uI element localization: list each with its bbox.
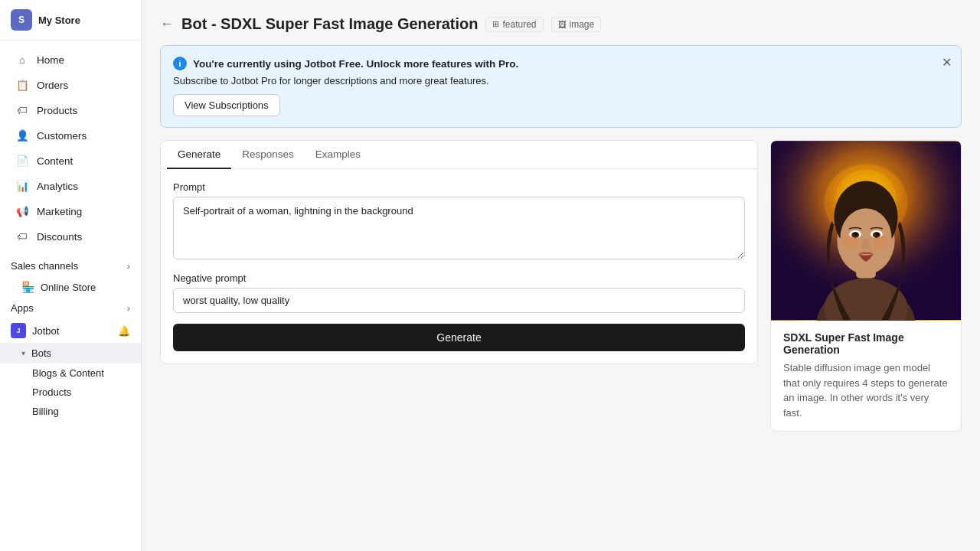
main-scroll: ← Bot - SDXL Super Fast Image Generation… — [142, 0, 980, 551]
marketing-icon: 📢 — [15, 204, 29, 218]
sidebar-item-orders[interactable]: 📋 Orders — [5, 73, 136, 97]
sidebar-item-products[interactable]: 🏷 Products — [5, 98, 136, 122]
apps-section: Apps › J Jotbot 🔔 ▾ Bots Blogs & Content… — [0, 298, 141, 421]
info-banner-title: i You're currently using Jotbot Free. Un… — [173, 57, 949, 70]
tab-examples[interactable]: Examples — [305, 141, 371, 169]
badge-featured: ⊞ featured — [485, 17, 543, 32]
expand-apps-icon: › — [127, 302, 130, 314]
svg-point-15 — [854, 233, 858, 236]
bot-card: SDXL Super Fast Image Generation Stable … — [770, 140, 962, 432]
orders-icon: 📋 — [15, 78, 29, 92]
sidebar: S My Store ⌂ Home 📋 Orders 🏷 Products 👤 … — [0, 0, 142, 551]
apps-header[interactable]: Apps › — [0, 298, 141, 318]
products-icon: 🏷 — [15, 103, 29, 117]
svg-point-16 — [876, 233, 879, 236]
negative-prompt-input[interactable] — [173, 288, 745, 313]
back-arrow-icon: ← — [160, 16, 174, 32]
prompt-label: Prompt — [173, 181, 745, 193]
content-icon: 📄 — [15, 154, 29, 168]
sidebar-item-analytics[interactable]: 📊 Analytics — [5, 174, 136, 198]
sales-channels-section: Sales channels › 🏪 Online Store — [0, 256, 141, 298]
negative-prompt-label: Negative prompt — [173, 272, 745, 284]
left-panel: Generate Responses Examples Prompt — [160, 140, 758, 432]
bell-icon[interactable]: 🔔 — [118, 325, 130, 337]
back-button[interactable]: ← — [160, 16, 174, 32]
prompt-textarea[interactable] — [173, 197, 745, 259]
view-subscriptions-button[interactable]: View Subscriptions — [173, 94, 280, 116]
right-panel: SDXL Super Fast Image Generation Stable … — [770, 140, 962, 432]
sidebar-header: S My Store — [0, 0, 141, 41]
analytics-icon: 📊 — [15, 179, 29, 193]
prompt-field-group: Prompt — [173, 181, 745, 262]
tab-bar: Generate Responses Examples — [161, 141, 757, 169]
sidebar-item-jotbot[interactable]: J Jotbot 🔔 — [0, 318, 141, 343]
sidebar-item-home[interactable]: ⌂ Home — [5, 47, 136, 72]
sidebar-item-customers[interactable]: 👤 Customers — [5, 123, 136, 148]
bot-image — [771, 141, 961, 321]
sidebar-item-discounts[interactable]: 🏷 Discounts — [5, 224, 136, 249]
jotbot-logo: J — [11, 323, 26, 338]
online-store-icon: 🏪 — [21, 281, 34, 293]
close-banner-button[interactable]: ✕ — [942, 55, 952, 70]
content-grid: Generate Responses Examples Prompt — [160, 140, 962, 432]
page-title: Bot - SDXL Super Fast Image Generation — [181, 15, 478, 33]
info-icon: i — [173, 57, 187, 70]
sidebar-item-online-store[interactable]: 🏪 Online Store — [0, 276, 141, 298]
badge-image: 🖼 image — [551, 17, 602, 32]
main-nav: ⌂ Home 📋 Orders 🏷 Products 👤 Customers 📄… — [0, 41, 141, 256]
info-banner-body: Subscribe to Jotbot Pro for longer descr… — [173, 75, 949, 86]
bot-name: SDXL Super Fast Image Generation — [783, 331, 949, 356]
sidebar-item-blogs-content[interactable]: Blogs & Content — [0, 364, 141, 383]
home-icon: ⌂ — [15, 53, 29, 67]
negative-prompt-field-group: Negative prompt — [173, 272, 745, 313]
store-name: My Store — [38, 15, 80, 26]
tab-responses[interactable]: Responses — [231, 141, 305, 169]
bot-description: Stable diffusion image gen model that on… — [783, 360, 949, 420]
tab-generate[interactable]: Generate — [167, 141, 231, 169]
sidebar-item-marketing[interactable]: 📢 Marketing — [5, 199, 136, 223]
sidebar-item-content[interactable]: 📄 Content — [5, 148, 136, 173]
customers-icon: 👤 — [15, 129, 29, 142]
discounts-icon: 🏷 — [15, 230, 29, 243]
featured-tag-icon: ⊞ — [492, 19, 499, 29]
generate-button[interactable]: Generate — [173, 324, 745, 351]
info-banner: i You're currently using Jotbot Free. Un… — [160, 45, 962, 128]
sidebar-item-products-sub[interactable]: Products — [0, 383, 141, 402]
sales-channels-header[interactable]: Sales channels › — [0, 256, 141, 276]
chevron-icon: ▾ — [21, 349, 25, 357]
sidebar-item-billing[interactable]: Billing — [0, 402, 141, 421]
generate-card: Generate Responses Examples Prompt — [160, 140, 758, 364]
expand-sales-icon: › — [127, 260, 130, 272]
image-tag-icon: 🖼 — [558, 20, 567, 29]
form-body: Prompt Negative prompt Generate — [161, 169, 757, 364]
svg-point-18 — [874, 236, 889, 248]
main-content: ← Bot - SDXL Super Fast Image Generation… — [142, 0, 980, 551]
bot-info-section: SDXL Super Fast Image Generation Stable … — [771, 321, 961, 431]
svg-point-17 — [843, 236, 858, 248]
page-header: ← Bot - SDXL Super Fast Image Generation… — [160, 15, 962, 33]
sidebar-item-bots[interactable]: ▾ Bots — [0, 343, 141, 364]
store-logo: S — [11, 9, 32, 31]
